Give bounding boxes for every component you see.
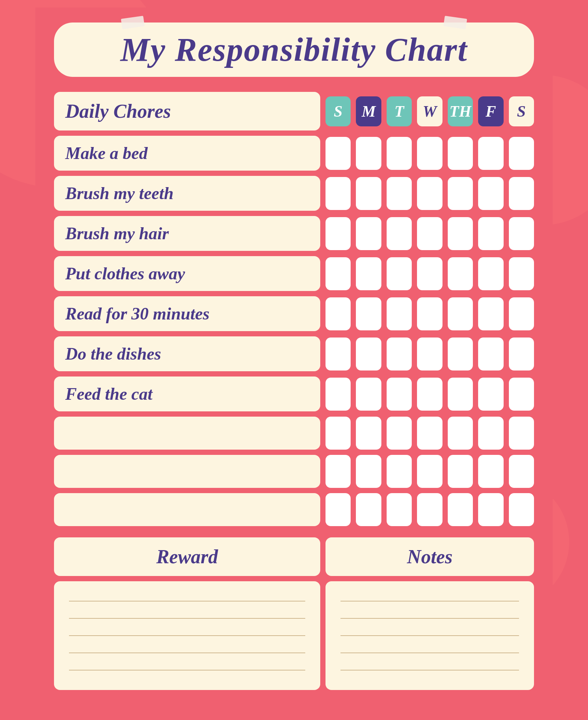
notes-lines-box [326,581,534,690]
checkbox-6-5[interactable] [478,378,503,411]
checkbox-6-6[interactable] [509,378,534,411]
checkbox-0-4[interactable] [448,137,473,170]
checkbox-2-5[interactable] [478,217,503,250]
day-cells-8 [326,455,534,488]
checkbox-5-6[interactable] [509,338,534,370]
checkbox-5-3[interactable] [417,338,442,370]
checkbox-7-1[interactable] [356,417,381,450]
checkbox-4-1[interactable] [356,297,381,330]
checkbox-5-4[interactable] [448,338,473,370]
notes-line-3 [340,635,519,636]
checkbox-0-3[interactable] [417,137,442,170]
table-row [54,455,534,488]
table-row: Make a bed [54,136,534,171]
checkbox-6-2[interactable] [387,378,412,411]
notes-line-1 [340,601,519,602]
checkbox-4-2[interactable] [387,297,412,330]
checkbox-7-5[interactable] [478,417,503,450]
checkbox-0-5[interactable] [478,137,503,170]
day-cells-1 [326,177,534,210]
checkbox-7-4[interactable] [448,417,473,450]
checkbox-3-0[interactable] [326,257,351,290]
checkbox-0-1[interactable] [356,137,381,170]
checkbox-6-1[interactable] [356,378,381,411]
checkbox-4-6[interactable] [509,297,534,330]
table-row [54,417,534,450]
header-row: Daily Chores SMTWTHFS [54,92,534,130]
checkbox-1-4[interactable] [448,177,473,210]
chore-label-7 [54,417,320,450]
checkbox-7-0[interactable] [326,417,351,450]
checkbox-2-2[interactable] [387,217,412,250]
checkbox-5-0[interactable] [326,338,351,370]
table-row: Put clothes away [54,256,534,291]
checkbox-3-2[interactable] [387,257,412,290]
checkbox-4-0[interactable] [326,297,351,330]
checkbox-3-1[interactable] [356,257,381,290]
checkbox-8-0[interactable] [326,455,351,488]
checkbox-2-0[interactable] [326,217,351,250]
checkbox-4-5[interactable] [478,297,503,330]
day-cells-9 [326,493,534,526]
checkbox-1-3[interactable] [417,177,442,210]
checkbox-1-2[interactable] [387,177,412,210]
chore-text-2: Brush my hair [65,224,169,243]
checkbox-3-6[interactable] [509,257,534,290]
checkbox-8-1[interactable] [356,455,381,488]
checkbox-5-1[interactable] [356,338,381,370]
checkbox-1-1[interactable] [356,177,381,210]
checkbox-9-6[interactable] [509,493,534,526]
table-row: Brush my teeth [54,176,534,211]
day-cells-2 [326,217,534,250]
chore-label-1: Brush my teeth [54,176,320,211]
checkbox-2-6[interactable] [509,217,534,250]
day-header-4: TH [448,96,473,126]
checkbox-8-4[interactable] [448,455,473,488]
chore-text-4: Read for 30 minutes [65,304,210,324]
checkbox-3-3[interactable] [417,257,442,290]
checkbox-7-3[interactable] [417,417,442,450]
checkbox-7-2[interactable] [387,417,412,450]
checkbox-7-6[interactable] [509,417,534,450]
checkbox-8-2[interactable] [387,455,412,488]
bottom-section: Reward Notes [54,537,534,690]
checkbox-0-2[interactable] [387,137,412,170]
reward-line-1 [69,601,305,602]
checkbox-1-0[interactable] [326,177,351,210]
chore-text-0: Make a bed [65,143,148,163]
checkbox-5-5[interactable] [478,338,503,370]
reward-header: Reward [54,537,320,576]
checkbox-2-4[interactable] [448,217,473,250]
checkbox-9-0[interactable] [326,493,351,526]
checkbox-2-1[interactable] [356,217,381,250]
checkbox-9-1[interactable] [356,493,381,526]
day-header-3: W [417,96,442,126]
day-header-5: F [478,96,503,126]
day-header-1: M [356,96,381,126]
checkbox-9-5[interactable] [478,493,503,526]
checkbox-6-4[interactable] [448,378,473,411]
checkbox-0-0[interactable] [326,137,351,170]
title-box: My Responsibility Chart [54,22,534,77]
checkbox-1-5[interactable] [478,177,503,210]
checkbox-3-4[interactable] [448,257,473,290]
checkbox-9-2[interactable] [387,493,412,526]
chore-rows: Make a bedBrush my teethBrush my hairPut… [54,136,534,526]
checkbox-6-3[interactable] [417,378,442,411]
reward-line-4 [69,652,305,653]
checkbox-1-6[interactable] [509,177,534,210]
table-row: Feed the cat [54,376,534,411]
checkbox-6-0[interactable] [326,378,351,411]
checkbox-4-4[interactable] [448,297,473,330]
checkbox-9-4[interactable] [448,493,473,526]
checkbox-0-6[interactable] [509,137,534,170]
checkbox-8-5[interactable] [478,455,503,488]
checkbox-8-3[interactable] [417,455,442,488]
checkbox-8-6[interactable] [509,455,534,488]
checkbox-9-3[interactable] [417,493,442,526]
checkbox-2-3[interactable] [417,217,442,250]
chore-label-9 [54,493,320,526]
checkbox-4-3[interactable] [417,297,442,330]
checkbox-3-5[interactable] [478,257,503,290]
checkbox-5-2[interactable] [387,338,412,370]
